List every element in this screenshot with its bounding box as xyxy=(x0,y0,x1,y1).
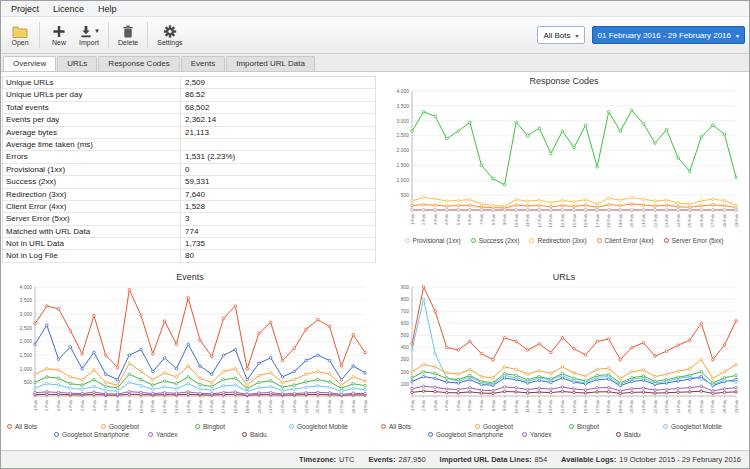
stat-row: Matched with URL Data774 xyxy=(3,226,375,238)
svg-text:13 Feb: 13 Feb xyxy=(548,213,553,227)
legend-marker xyxy=(529,238,534,243)
svg-text:8 Feb: 8 Feb xyxy=(491,399,496,411)
menu-project[interactable]: Project xyxy=(5,3,45,15)
stat-row: Total events68,502 xyxy=(3,102,375,114)
svg-text:300: 300 xyxy=(401,356,410,362)
svg-text:7 Feb: 7 Feb xyxy=(479,399,484,411)
svg-text:12 Feb: 12 Feb xyxy=(537,213,542,227)
response_codes-chart: 5001,0001,5002,0002,5003,0003,5004,0001 … xyxy=(382,86,746,236)
svg-text:24 Feb: 24 Feb xyxy=(304,399,309,413)
stat-label: Average bytes xyxy=(3,127,181,138)
open-button[interactable]: Open xyxy=(5,18,35,52)
svg-text:19 Feb: 19 Feb xyxy=(245,399,250,413)
legend-label: Server Error (5xx) xyxy=(672,237,724,244)
svg-text:20 Feb: 20 Feb xyxy=(257,399,262,413)
import-button[interactable]: ▾ Import xyxy=(74,18,104,52)
legend-item: Redirection (3xx) xyxy=(529,237,586,244)
bot-filter-value: All Bots xyxy=(543,31,570,40)
new-button[interactable]: New xyxy=(44,18,74,52)
urls-chart-host: 1002003004005006007008009001 Feb2 Feb3 F… xyxy=(379,282,749,422)
tab-imported-url-data[interactable]: Imported URL Data xyxy=(226,56,315,71)
tab-events[interactable]: Events xyxy=(181,56,225,71)
stat-value: 21,113 xyxy=(181,127,375,138)
date-range-select[interactable]: 01 February 2016 - 29 February 2016 ▾ xyxy=(592,26,745,44)
stat-row: Not in URL Data1,735 xyxy=(3,238,375,250)
menu-help[interactable]: Help xyxy=(92,3,123,15)
svg-text:100: 100 xyxy=(401,381,410,387)
legend-item: Bingbot xyxy=(569,423,653,430)
menu-bar: Project Licence Help xyxy=(1,1,749,17)
trash-icon xyxy=(122,25,134,38)
stat-value: 1,528 xyxy=(181,201,375,212)
tab-overview[interactable]: Overview xyxy=(3,56,56,71)
legend-label: Baidu xyxy=(250,431,267,438)
main-content: Unique URLs2,509Unique URLs per day86.52… xyxy=(1,72,749,450)
svg-text:3 Feb: 3 Feb xyxy=(56,399,61,411)
svg-text:25 Feb: 25 Feb xyxy=(687,213,692,227)
svg-text:13 Feb: 13 Feb xyxy=(174,399,179,413)
svg-text:2,000: 2,000 xyxy=(19,338,32,344)
svg-text:2,500: 2,500 xyxy=(19,325,32,331)
svg-text:11 Feb: 11 Feb xyxy=(525,213,530,227)
status-bar: Timezone:UTCEvents:287,950Imported URL D… xyxy=(1,450,749,468)
svg-text:500: 500 xyxy=(24,379,33,385)
svg-text:2 Feb: 2 Feb xyxy=(44,399,49,411)
stat-row: Average time taken (ms) xyxy=(3,139,375,151)
svg-text:3 Feb: 3 Feb xyxy=(433,213,438,225)
chevron-down-icon: ▾ xyxy=(95,27,99,35)
legend-label: Provisional (1xx) xyxy=(413,237,461,244)
svg-text:20 Feb: 20 Feb xyxy=(629,213,634,227)
stat-value: 774 xyxy=(181,226,375,237)
svg-text:20 Feb: 20 Feb xyxy=(629,399,634,413)
legend-label: Redirection (3xx) xyxy=(537,237,586,244)
svg-text:15 Feb: 15 Feb xyxy=(572,399,577,413)
settings-button[interactable]: Settings xyxy=(152,18,187,52)
menu-licence[interactable]: Licence xyxy=(47,3,90,15)
legend-marker xyxy=(54,432,59,437)
chevron-down-icon: ▾ xyxy=(576,32,579,39)
legend-label: Googlebot Smartphone xyxy=(62,431,129,438)
legend-item: Client Error (4xx) xyxy=(597,237,654,244)
svg-text:1 Feb: 1 Feb xyxy=(410,213,415,225)
urls-panel: URLs 1002003004005006007008009001 Feb2 F… xyxy=(379,270,749,452)
svg-text:11 Feb: 11 Feb xyxy=(150,399,155,413)
legend-label: Googlebot Mobile xyxy=(671,423,722,430)
svg-text:12 Feb: 12 Feb xyxy=(537,399,542,413)
svg-text:6 Feb: 6 Feb xyxy=(92,399,97,411)
svg-text:3,500: 3,500 xyxy=(19,297,32,303)
legend-marker xyxy=(475,424,480,429)
delete-button[interactable]: Delete xyxy=(113,18,143,52)
stat-label: Success (2xx) xyxy=(3,176,181,187)
stat-label: Matched with URL Data xyxy=(3,226,181,237)
svg-text:17 Feb: 17 Feb xyxy=(595,399,600,413)
legend-item: Baidu xyxy=(616,431,700,438)
svg-text:4,000: 4,000 xyxy=(19,284,32,290)
svg-text:18 Feb: 18 Feb xyxy=(606,213,611,227)
tab-response-codes[interactable]: Response Codes xyxy=(98,56,179,71)
legend-label: Googlebot xyxy=(483,423,513,430)
legend-label: Bingbot xyxy=(577,423,599,430)
stat-label: Not in Log File xyxy=(3,250,181,261)
legend-item: All Bots xyxy=(381,423,465,430)
import-button-label: Import xyxy=(79,39,99,46)
svg-text:25 Feb: 25 Feb xyxy=(687,399,692,413)
svg-text:12 Feb: 12 Feb xyxy=(162,399,167,413)
svg-text:17 Feb: 17 Feb xyxy=(595,213,600,227)
svg-text:7 Feb: 7 Feb xyxy=(103,399,108,411)
bot-filter-select[interactable]: All Bots ▾ xyxy=(537,26,584,44)
legend-marker xyxy=(7,424,12,429)
status-item: Available Logs:19 October 2015 - 29 Febr… xyxy=(561,455,741,464)
status-item: Timezone:UTC xyxy=(299,455,354,464)
tab-urls[interactable]: URLs xyxy=(57,56,97,71)
stat-label: Unique URLs per day xyxy=(3,89,181,100)
chevron-down-icon: ▾ xyxy=(736,32,739,39)
stat-label: Provisional (1xx) xyxy=(3,164,181,175)
stat-row: Not in Log File80 xyxy=(3,250,375,262)
svg-text:22 Feb: 22 Feb xyxy=(653,213,658,227)
stat-row: Average bytes21,113 xyxy=(3,127,375,139)
stat-value: 1,735 xyxy=(181,238,375,249)
response-codes-legend: Provisional (1xx)Success (2xx)Redirectio… xyxy=(379,237,749,244)
svg-text:1 Feb: 1 Feb xyxy=(410,399,415,411)
svg-text:7 Feb: 7 Feb xyxy=(479,213,484,225)
legend-label: Googlebot xyxy=(109,423,139,430)
